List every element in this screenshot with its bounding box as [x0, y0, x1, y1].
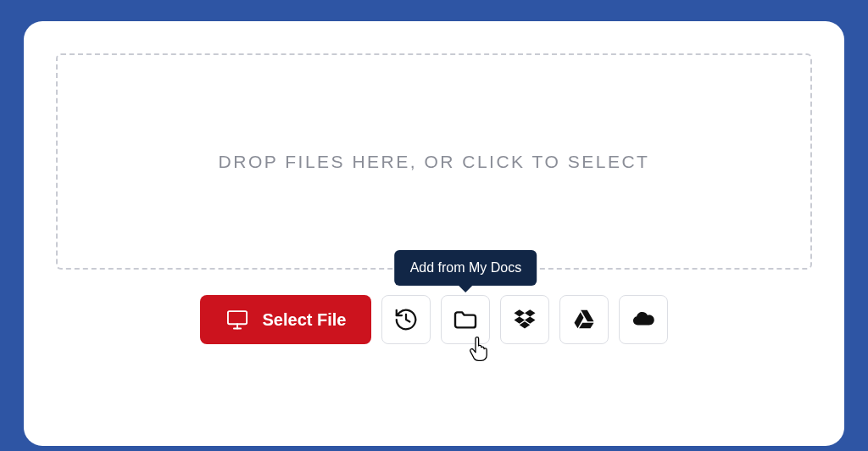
history-source-button[interactable] — [381, 295, 431, 344]
my-docs-source-button[interactable]: Add from My Docs — [441, 295, 490, 344]
monitor-icon — [225, 308, 249, 331]
select-file-label: Select File — [263, 310, 347, 330]
file-dropzone[interactable]: DROP FILES HERE, OR CLICK TO SELECT — [56, 53, 812, 270]
svg-rect-0 — [227, 311, 246, 324]
dropbox-source-button[interactable] — [500, 295, 549, 344]
my-docs-tooltip: Add from My Docs — [395, 250, 537, 286]
upload-actions-row: Select File Add from My Docs — [56, 295, 812, 344]
upload-card: DROP FILES HERE, OR CLICK TO SELECT Sele… — [24, 21, 844, 446]
onedrive-source-button[interactable] — [619, 295, 668, 344]
folder-icon — [452, 306, 479, 333]
history-icon — [393, 307, 419, 332]
onedrive-icon — [629, 305, 658, 334]
google-drive-source-button[interactable] — [559, 295, 609, 344]
dropbox-icon — [512, 307, 537, 332]
google-drive-icon — [571, 307, 597, 332]
tooltip-label: Add from My Docs — [410, 260, 522, 275]
select-file-button[interactable]: Select File — [200, 295, 372, 344]
dropzone-instruction: DROP FILES HERE, OR CLICK TO SELECT — [219, 152, 650, 172]
